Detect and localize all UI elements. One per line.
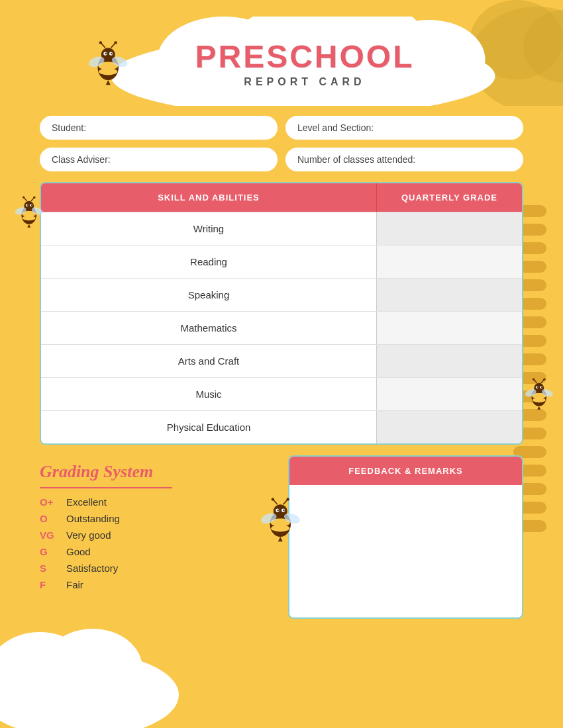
svg-point-49 — [543, 379, 545, 381]
svg-marker-22 — [106, 80, 111, 85]
svg-point-62 — [272, 498, 274, 500]
feedback-header: FEEDBACK & REMARKS — [289, 457, 522, 485]
grade-code: G — [40, 546, 66, 557]
svg-point-25 — [23, 216, 36, 221]
grade-table-wrapper: SKILL AND ABILITIES QUARTERLY GRADE Writ… — [40, 182, 523, 445]
grade-cell[interactable] — [376, 345, 522, 377]
svg-point-55 — [271, 525, 289, 532]
bee-right-icon — [523, 377, 556, 413]
svg-marker-37 — [27, 224, 30, 228]
svg-line-31 — [24, 198, 26, 201]
grade-cell[interactable] — [376, 411, 522, 443]
grade-code: O — [40, 513, 66, 524]
grade-label: Good — [66, 546, 91, 557]
svg-point-30 — [31, 205, 32, 206]
feedback-section: FEEDBACK & REMARKS — [288, 455, 523, 619]
svg-point-10 — [99, 68, 117, 75]
info-fields: Student: Level and Section: Class Advise… — [40, 116, 523, 171]
svg-point-32 — [23, 197, 25, 199]
svg-line-18 — [111, 43, 115, 48]
grade-label: Satisfactory — [66, 563, 118, 574]
svg-point-29 — [26, 205, 28, 206]
svg-line-63 — [283, 500, 287, 504]
svg-line-61 — [274, 500, 278, 504]
table-row: Music — [41, 377, 522, 410]
grade-cell[interactable] — [376, 246, 522, 278]
grade-code: S — [40, 563, 66, 574]
skill-cell: Writing — [41, 212, 376, 245]
skill-cell: Arts and Craft — [41, 345, 376, 377]
svg-point-14 — [105, 53, 107, 55]
skill-cell: Reading — [41, 246, 376, 278]
grade-cell[interactable] — [376, 378, 522, 410]
svg-line-33 — [31, 198, 34, 201]
bee-mid-left-icon — [13, 195, 46, 231]
grading-title: Grading System — [40, 462, 275, 482]
grade-label: Excellent — [66, 496, 107, 508]
svg-point-64 — [286, 498, 289, 500]
svg-marker-52 — [537, 406, 540, 410]
svg-point-45 — [541, 387, 542, 388]
title-report: REPORT CARD — [244, 76, 365, 88]
svg-point-70 — [43, 629, 142, 708]
col-grade-header: QUARTERLY GRADE — [376, 183, 522, 212]
feedback-body[interactable] — [289, 485, 522, 617]
title-preschool: PRESCHOOL — [195, 38, 414, 75]
grading-item: F Fair — [40, 579, 275, 590]
svg-line-46 — [534, 380, 537, 383]
grading-system: Grading System O+ Excellent O Outstandin… — [40, 455, 275, 619]
svg-point-17 — [99, 41, 102, 44]
table-row: Writing — [41, 212, 522, 245]
bee-bottom-icon — [258, 496, 305, 545]
grade-code: O+ — [40, 496, 66, 508]
classes-field[interactable]: Number of classes attended: — [285, 148, 523, 171]
svg-point-15 — [111, 53, 113, 55]
grading-item: O+ Excellent — [40, 496, 275, 508]
grading-item: S Satisfactory — [40, 563, 275, 574]
table-row: Physical Education — [41, 410, 522, 443]
svg-point-19 — [114, 41, 117, 44]
svg-point-60 — [283, 510, 285, 512]
grade-label: Outstanding — [66, 513, 120, 524]
svg-point-59 — [277, 510, 279, 512]
student-field[interactable]: Student: — [40, 116, 278, 140]
table-body: Writing Reading Speaking Mathematics Art… — [41, 212, 522, 443]
grade-cell[interactable] — [376, 279, 522, 311]
table-row: Mathematics — [41, 311, 522, 344]
svg-line-16 — [101, 43, 105, 48]
svg-point-44 — [537, 387, 538, 388]
svg-point-40 — [533, 398, 546, 403]
svg-line-48 — [541, 380, 544, 383]
grade-label: Very good — [66, 529, 111, 541]
grading-items-list: O+ Excellent O Outstanding VG Very good … — [40, 496, 275, 590]
adviser-field[interactable]: Class Adviser: — [40, 148, 278, 171]
svg-marker-67 — [278, 537, 283, 541]
svg-point-47 — [533, 379, 535, 381]
grading-item: O Outstanding — [40, 513, 275, 524]
table-header: SKILL AND ABILITIES QUARTERLY GRADE — [41, 183, 522, 212]
col-skills-header: SKILL AND ABILITIES — [41, 183, 376, 212]
skill-cell: Physical Education — [41, 411, 376, 443]
grade-cell[interactable] — [376, 212, 522, 245]
bee-top-left-icon — [86, 40, 132, 89]
svg-point-34 — [33, 197, 35, 199]
table-row: Reading — [41, 245, 522, 278]
grading-item: VG Very good — [40, 529, 275, 541]
skill-cell: Speaking — [41, 279, 376, 311]
grade-label: Fair — [66, 579, 83, 590]
grade-code: VG — [40, 529, 66, 541]
table-row: Speaking — [41, 278, 522, 311]
cloud-bottom-left-decoration — [0, 622, 179, 728]
grading-item: G Good — [40, 546, 275, 557]
skill-cell: Mathematics — [41, 312, 376, 344]
table-row: Arts and Craft — [41, 344, 522, 377]
grading-underline — [40, 487, 172, 488]
grade-cell[interactable] — [376, 312, 522, 344]
level-section-field[interactable]: Level and Section: — [285, 116, 523, 140]
skill-cell: Music — [41, 378, 376, 410]
grade-code: F — [40, 579, 66, 590]
header-area: PRESCHOOL REPORT CARD — [79, 20, 530, 106]
